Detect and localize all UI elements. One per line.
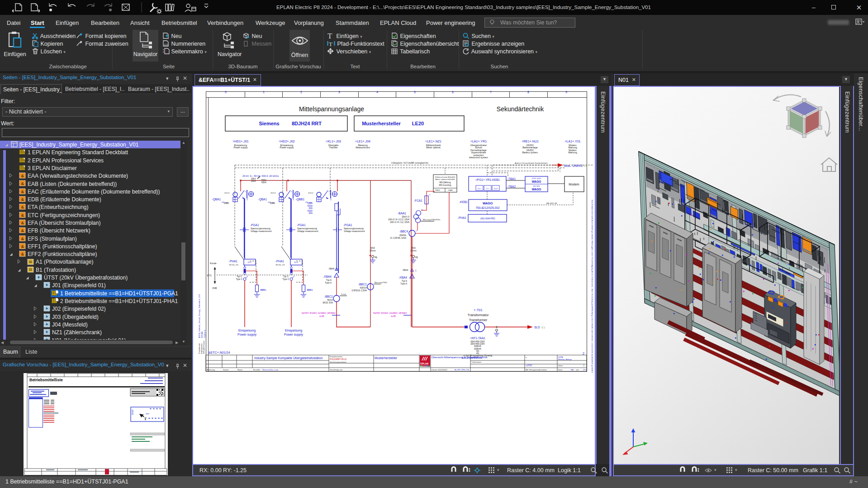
svg-text:Typ A: Typ A — [326, 279, 332, 281]
svg-text:Voltage measurement: Voltage measurement — [344, 230, 365, 232]
svg-text:&: & — [21, 174, 24, 178]
svg-text:-PGA1: -PGA1 — [250, 223, 259, 227]
svg-text:Measurement: Measurement — [356, 146, 370, 149]
svg-text:I>-r: I>-r — [486, 187, 489, 190]
svg-text:&: & — [21, 244, 24, 249]
svg-text:I>>: I>> — [248, 261, 252, 264]
svg-text:Einspeisung: Einspeisung — [285, 329, 302, 332]
svg-text:=RE1+.NU1: =RE1+.NU1 — [522, 140, 539, 143]
svg-text:M16: M16 — [370, 247, 375, 249]
svg-text:25mm: 25mm — [410, 250, 416, 252]
svg-text:Industry Sample Kompakte Über: Industry Sample Kompakte Übergabetrafost… — [254, 356, 323, 360]
svg-text:N2XSY 6/10kV, 12/20kV, 18/30kV: N2XSY 6/10kV, 12/20kV, 18/30kV — [373, 312, 407, 314]
svg-text:Sekundärtechnik: Sekundärtechnik — [497, 105, 544, 113]
svg-text:Typ A: Typ A — [402, 280, 408, 282]
svg-text:-PHA1: -PHA1 — [275, 260, 285, 263]
svg-text:Typ C: Typ C — [237, 275, 242, 278]
svg-text:11: 11 — [421, 209, 423, 211]
svg-text:Spannungsmessung: Spannungsmessung — [251, 227, 270, 230]
svg-text:500A: 500A — [308, 210, 313, 212]
svg-text:EA: EA — [571, 369, 574, 371]
svg-text:123: 123 — [164, 43, 169, 46]
svg-text:Seite: Seite — [558, 365, 563, 367]
svg-text:&: & — [21, 252, 24, 256]
svg-text:Datum 10/24/2023: Datum 10/24/2023 — [432, 369, 447, 371]
svg-text:IL/sek: IL/sek — [341, 293, 346, 295]
svg-text:9: 9 — [565, 90, 567, 94]
svg-text:2: 2 — [300, 90, 302, 94]
svg-text:7: 7 — [490, 90, 492, 94]
svg-text:Kunde: Kunde — [210, 262, 217, 265]
svg-text:1: 1 — [245, 190, 246, 193]
svg-text:1: 1 — [416, 230, 417, 232]
svg-text:&: & — [21, 221, 24, 225]
svg-text:telecontrol system: telecontrol system — [469, 156, 488, 159]
svg-text:Meter cabinet 600x600: Meter cabinet 600x600 — [435, 178, 455, 180]
svg-text:20kA: 20kA — [251, 180, 256, 182]
svg-text:S00C6: S00C6 — [308, 192, 313, 194]
svg-text:1: 1 — [328, 190, 330, 193]
svg-text:=HD1+.J01: =HD1+.J01 — [232, 140, 249, 143]
svg-text:40A: 40A — [308, 207, 313, 209]
svg-text:+.T01: +.T01 — [474, 308, 482, 312]
svg-text:3: 3 — [247, 199, 248, 201]
svg-text:-PHA1: -PHA1 — [458, 216, 467, 219]
svg-text:1x35: 1x35 — [391, 315, 396, 317]
svg-text:Type A: Type A — [325, 282, 332, 284]
svg-text:=PG1+.YR1-KEB1: =PG1+.YR1-KEB1 — [475, 178, 500, 181]
svg-text:100/√3: Kl. 0,2 Z; 15VA: 100/√3: Kl. 0,2 Z; 15VA — [388, 218, 410, 221]
svg-text:AusL. ÜNEKS: AusL. ÜNEKS — [564, 164, 583, 167]
svg-text:6: 6 — [452, 90, 454, 94]
svg-text:3: 3 — [330, 199, 332, 201]
svg-text:Messung P30k/S/leit: Messung P30k/S/leit — [423, 218, 441, 221]
svg-text:Transformer: Transformer — [469, 318, 488, 322]
svg-text:Siemens: Siemens — [259, 121, 279, 126]
svg-text:1: 1 — [415, 270, 417, 272]
svg-text:Mittelspannungsanlage: Mittelspannungsanlage — [299, 105, 364, 113]
svg-text:20kV/√3: 20kV/√3 — [402, 216, 409, 218]
svg-text:Wartung: Wartung — [568, 151, 577, 154]
svg-text:-PGA1: -PGA1 — [297, 223, 306, 227]
svg-text:EPLAN Version: EPLAN Version — [203, 340, 205, 354]
svg-text:=LA1+.Y01: =LA1+.Y01 — [564, 140, 580, 143]
svg-text:P.01234567.09.10: P.01234567.09.10 — [330, 358, 346, 360]
svg-text:-KB01: -KB01 — [435, 189, 441, 191]
svg-text:1: 1 — [263, 90, 265, 94]
svg-text:Typ C: Typ C — [283, 275, 289, 278]
svg-text:Mittelsp.-Anlage: Mittelsp.-Anlage — [558, 358, 572, 360]
svg-text:BL EPL-PES-TSL: BL EPL-PES-TSL — [455, 369, 470, 371]
svg-text:WAGO: WAGO — [532, 188, 541, 191]
svg-text:&: & — [21, 213, 24, 218]
svg-text:630A: 630A — [270, 202, 275, 204]
svg-text:Meter cabinet: Meter cabinet — [426, 146, 441, 149]
svg-text:500A: 500A — [308, 205, 313, 207]
svg-text:-PGA1: -PGA1 — [343, 223, 352, 227]
svg-text:IKI-50_1%: IKI-50_1% — [275, 264, 285, 266]
svg-text:-XBA4: -XBA4 — [398, 276, 407, 279]
svg-text:I>>: I>> — [294, 261, 299, 264]
svg-text:PE: PE — [375, 256, 377, 259]
svg-text:ETC: ETC — [207, 274, 212, 277]
svg-text:[EES]_Industry_Sample_Energy_S: [EES]_Industry_Sample_Energy_Substation_… — [198, 294, 200, 338]
svg-text:-KEB1: -KEB1 — [459, 200, 468, 204]
svg-text:=KF1-TAA1: =KF1-TAA1 — [470, 336, 485, 340]
svg-text:40A: 40A — [308, 212, 313, 214]
svg-text:-PHA1: -PHA1 — [229, 260, 238, 263]
svg-text:1: 1 — [291, 190, 292, 193]
svg-text:100/√3: Kl. 0,2; 15VA: 100/√3: Kl. 0,2; 15VA — [390, 221, 410, 223]
svg-text:5: 5 — [414, 90, 416, 94]
svg-text:MS-Zählung: MS-Zählung — [439, 181, 451, 184]
svg-text:=KL1+.J03: =KL1+.J03 — [326, 140, 341, 143]
svg-text:Datum: Datum — [223, 369, 229, 371]
svg-text:2024.0.3: 2024.0.3 — [204, 330, 206, 338]
svg-text:-FCA1: -FCA1 — [414, 199, 422, 202]
svg-text:25A/5A: 25A/5A — [399, 234, 407, 237]
svg-text:630A: 630A — [308, 202, 313, 204]
svg-text:Messung P30k: Messung P30k — [375, 281, 388, 284]
svg-text:UNG 6040-PRO: UNG 6040-PRO — [480, 218, 495, 220]
svg-text:T: T — [329, 41, 332, 47]
svg-text:Musterhersteller: Musterhersteller — [362, 121, 401, 126]
svg-text:8: 8 — [527, 90, 529, 94]
svg-text:750-8212/025-002: 750-8212/025-002 — [475, 206, 500, 209]
svg-text:24 kV, 3~, 50 Hz, 630 A, 20 kA: 24 kV, 3~, 50 Hz, 630 A, 20 kA/1s — [242, 175, 279, 177]
